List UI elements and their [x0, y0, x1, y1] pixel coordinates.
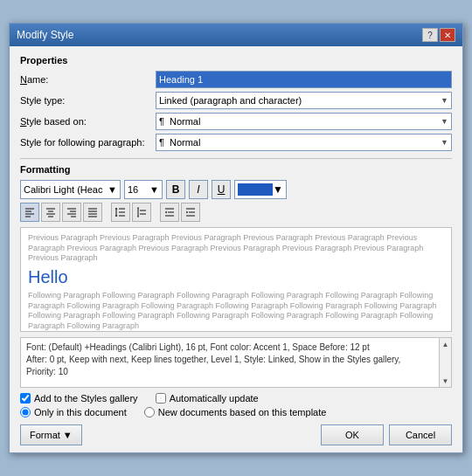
line-spacing-button[interactable]: [111, 203, 130, 222]
dialog-body: Properties Name: Style type: Linked (par…: [10, 46, 462, 452]
radio-row: Only in this document New documents base…: [20, 407, 452, 417]
formatting-label: Formatting: [20, 164, 452, 175]
font-color-button[interactable]: ▼: [234, 180, 287, 199]
style-following-label: Style for following paragraph:: [20, 137, 156, 148]
font-name-arrow: ▼: [108, 184, 117, 195]
scroll-down-button[interactable]: ▼: [440, 375, 452, 387]
name-label-text: ame:: [27, 74, 48, 85]
preview-previous-text: Previous Paragraph Previous Paragraph Pr…: [28, 233, 444, 264]
auto-update-item[interactable]: Automatically update: [156, 393, 259, 404]
indent-increase-button[interactable]: [181, 203, 200, 222]
style-type-label: Style type:: [20, 95, 156, 106]
ok-button[interactable]: OK: [321, 424, 384, 445]
style-based-value: ¶ Normal: [159, 116, 200, 127]
font-name-value: Calibri Light (Heac: [24, 184, 102, 195]
style-based-label: Style based on:: [20, 116, 156, 127]
style-based-label-rest: tyle based on:: [26, 116, 87, 127]
add-to-gallery-label: Add to the Styles gallery: [34, 393, 138, 404]
para-spacing-button[interactable]: [132, 203, 151, 222]
auto-update-label: Automatically update: [170, 393, 259, 404]
italic-button[interactable]: I: [189, 180, 208, 199]
style-based-arrow: ▼: [441, 117, 448, 126]
style-type-value: Linked (paragraph and character): [159, 95, 302, 106]
format-label: Format: [30, 430, 60, 440]
preview-following-text: Following Paragraph Following Paragraph …: [28, 291, 444, 332]
add-to-gallery-item[interactable]: Add to the Styles gallery: [20, 393, 138, 404]
close-button[interactable]: ✕: [440, 28, 455, 42]
modify-style-dialog: Modify Style ? ✕ Properties Name: Style …: [9, 23, 463, 453]
alignment-row: [20, 203, 452, 222]
new-docs-label: New documents based on this template: [158, 407, 327, 417]
preview-box: Previous Paragraph Previous Paragraph Pr…: [20, 227, 452, 332]
description-scrollbar: ▲ ▼: [439, 338, 451, 387]
buttons-row: Format ▼ OK Cancel: [20, 424, 452, 445]
only-in-doc-item[interactable]: Only in this document: [20, 407, 127, 417]
style-following-arrow: ▼: [441, 138, 448, 147]
indent-decrease-button[interactable]: [160, 203, 179, 222]
description-box: Font: (Default) +Headings (Calibri Light…: [20, 337, 452, 388]
format-arrow-icon: ▼: [63, 430, 73, 440]
formatting-controls-row: Calibri Light (Heac ▼ 16 ▼ B I U ▼: [20, 180, 452, 199]
divider-1: [20, 158, 452, 159]
pilcrow-based: ¶: [159, 116, 164, 127]
style-type-arrow: ▼: [441, 96, 448, 105]
bold-button[interactable]: B: [166, 180, 185, 199]
align-right-button[interactable]: [62, 203, 81, 222]
description-text: Font: (Default) +Headings (Calibri Light…: [26, 341, 446, 378]
name-underline: N: [20, 74, 27, 85]
new-docs-radio[interactable]: [144, 407, 155, 417]
font-size-arrow: ▼: [149, 184, 159, 195]
font-size-value: 16: [128, 184, 138, 195]
font-color-swatch: [238, 183, 273, 196]
only-in-doc-label: Only in this document: [34, 407, 127, 417]
format-button[interactable]: Format ▼: [20, 424, 82, 445]
align-left-button[interactable]: [20, 203, 39, 222]
scroll-up-button[interactable]: ▲: [440, 338, 452, 350]
title-bar-buttons: ? ✕: [422, 28, 455, 42]
style-type-select[interactable]: Linked (paragraph and character) ▼: [156, 92, 452, 109]
properties-section: Properties Name: Style type: Linked (par…: [20, 55, 452, 151]
style-based-select[interactable]: ¶ Normal ▼: [156, 113, 452, 130]
cancel-button[interactable]: Cancel: [389, 424, 452, 445]
name-input[interactable]: [156, 71, 452, 88]
style-type-row: Style type: Linked (paragraph and charac…: [20, 92, 452, 109]
name-row: Name:: [20, 71, 452, 88]
help-button[interactable]: ?: [422, 28, 438, 42]
font-name-select[interactable]: Calibri Light (Heac ▼: [20, 180, 121, 199]
add-to-gallery-checkbox[interactable]: [20, 393, 31, 404]
checkboxes-row: Add to the Styles gallery Automatically …: [20, 393, 452, 404]
formatting-section: Formatting Calibri Light (Heac ▼ 16 ▼ B …: [20, 164, 452, 222]
align-center-button[interactable]: [41, 203, 60, 222]
only-in-doc-radio[interactable]: [20, 407, 31, 417]
align-justify-button[interactable]: [83, 203, 102, 222]
pilcrow-following: ¶: [159, 137, 164, 148]
dialog-title: Modify Style: [17, 29, 73, 41]
font-color-arrow: ▼: [273, 183, 283, 196]
auto-update-checkbox[interactable]: [156, 393, 166, 404]
font-size-select[interactable]: 16 ▼: [124, 180, 163, 199]
action-buttons: OK Cancel: [321, 424, 452, 445]
underline-button[interactable]: U: [212, 180, 231, 199]
properties-label: Properties: [20, 55, 452, 66]
name-label: Name:: [20, 74, 156, 85]
style-following-row: Style for following paragraph: ¶ Normal …: [20, 134, 452, 151]
style-following-select[interactable]: ¶ Normal ▼: [156, 134, 452, 151]
new-docs-item[interactable]: New documents based on this template: [144, 407, 327, 417]
preview-heading-text: Hello: [28, 267, 444, 287]
style-following-value: ¶ Normal: [159, 137, 200, 148]
title-bar: Modify Style ? ✕: [10, 24, 462, 46]
style-based-row: Style based on: ¶ Normal ▼: [20, 113, 452, 130]
